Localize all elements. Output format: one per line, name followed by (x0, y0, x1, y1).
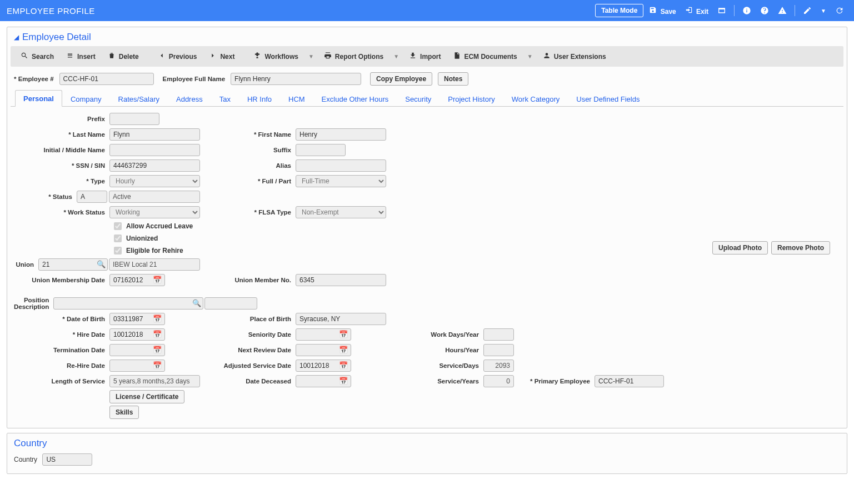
position-desc-input[interactable] (53, 297, 203, 310)
lookup-icon[interactable]: 🔍 (97, 260, 106, 268)
dob-label: Date of Birth (14, 316, 109, 322)
exit-button[interactable]: Exit (682, 4, 712, 18)
length-service-label: Length of Service (14, 378, 109, 385)
eligible-rehire-label: Eligible for Rehire (126, 247, 183, 255)
tab-project-history[interactable]: Project History (440, 91, 503, 107)
primary-employee-input[interactable] (595, 375, 664, 387)
app-header: EMPLOYEE PROFILE Table Mode Save Exit ▼ (0, 0, 854, 21)
ecm-dropdown-icon[interactable]: ▼ (524, 53, 536, 59)
tab-hcm[interactable]: HCM (280, 91, 313, 107)
union-desc-input (109, 258, 200, 271)
info-icon[interactable] (739, 4, 755, 17)
ecm-button[interactable]: ECM Documents (447, 48, 522, 64)
alert-icon[interactable] (775, 4, 790, 17)
union-member-no-input[interactable] (296, 274, 386, 286)
hours-year-input[interactable] (483, 344, 514, 356)
window-icon[interactable] (714, 4, 730, 17)
tab-exclude-other-hours[interactable]: Exclude Other Hours (313, 91, 397, 107)
country-input[interactable] (42, 453, 92, 466)
position-desc-label: Position Description (14, 297, 53, 310)
divider (734, 5, 735, 16)
tab-user-defined-fields[interactable]: User Defined Fields (568, 91, 648, 107)
first-name-label: First Name (200, 131, 296, 138)
primary-employee-label: Primary Employee (522, 378, 595, 385)
help-icon[interactable] (757, 4, 772, 17)
save-button[interactable]: Save (646, 4, 679, 18)
suffix-input[interactable] (296, 144, 346, 156)
toolbar: Search Insert Delete Previous Next Workf… (11, 46, 843, 67)
dob-input[interactable] (109, 313, 165, 325)
insert-icon (66, 52, 74, 61)
country-panel-title: Country (14, 438, 47, 449)
insert-button[interactable]: Insert (61, 48, 101, 64)
union-member-no-label: Union Member No. (200, 277, 296, 283)
work-days-year-input[interactable] (483, 328, 514, 341)
workflows-dropdown-icon[interactable]: ▼ (305, 53, 317, 59)
middle-input[interactable] (109, 144, 200, 156)
tab-company[interactable]: Company (62, 91, 110, 107)
skills-button[interactable]: Skills (109, 406, 139, 419)
copy-employee-button[interactable]: Copy Employee (370, 72, 432, 86)
status-code-input[interactable] (77, 191, 107, 203)
flsa-select[interactable]: Non-Exempt (296, 206, 386, 218)
rehire-date-input[interactable] (109, 360, 165, 372)
tab-tax[interactable]: Tax (211, 91, 239, 107)
country-panel: Country Country (7, 433, 847, 474)
tab-address[interactable]: Address (168, 91, 211, 107)
employee-num-input[interactable] (59, 73, 154, 85)
app-title: EMPLOYEE PROFILE (7, 6, 95, 16)
report-options-button[interactable]: Report Options (318, 48, 389, 64)
flsa-label: FLSA Type (200, 209, 296, 216)
tab-hr-info[interactable]: HR Info (239, 91, 280, 107)
ssn-input[interactable] (109, 159, 200, 172)
union-date-input[interactable] (109, 274, 165, 286)
report-options-dropdown-icon[interactable]: ▼ (390, 53, 402, 59)
first-name-input[interactable] (296, 128, 386, 141)
dropdown-icon[interactable]: ▼ (817, 6, 830, 16)
upload-photo-button[interactable]: Upload Photo (712, 241, 768, 255)
collapse-icon[interactable]: ◢ (14, 33, 19, 41)
notes-button[interactable]: Notes (438, 72, 468, 86)
divider (795, 5, 795, 16)
alias-input[interactable] (296, 159, 386, 172)
remove-photo-button[interactable]: Remove Photo (771, 241, 830, 255)
edit-icon[interactable] (800, 4, 815, 17)
tab-personal[interactable]: Personal (15, 90, 62, 107)
next-review-input[interactable] (296, 344, 351, 356)
full-name-input[interactable] (231, 73, 361, 85)
unionized-checkbox[interactable] (114, 234, 122, 242)
tab-work-category[interactable]: Work Category (503, 91, 568, 107)
termination-date-input[interactable] (109, 344, 165, 356)
work-status-select[interactable]: Working (109, 206, 200, 218)
table-mode-button[interactable]: Table Mode (595, 4, 643, 17)
delete-button[interactable]: Delete (102, 48, 144, 64)
seniority-date-input[interactable] (296, 328, 351, 341)
date-deceased-input[interactable] (296, 375, 351, 387)
place-birth-input[interactable] (296, 313, 386, 325)
length-service-input (109, 375, 200, 387)
workflows-button[interactable]: Workflows (248, 48, 303, 64)
refresh-icon[interactable] (832, 4, 847, 17)
eligible-rehire-checkbox[interactable] (114, 247, 122, 255)
import-button[interactable]: Import (403, 48, 446, 64)
user-extensions-button[interactable]: User Extensions (537, 48, 612, 64)
prefix-label: Prefix (14, 116, 109, 122)
alias-label: Alias (200, 162, 296, 169)
tab-rates-salary[interactable]: Rates/Salary (110, 91, 168, 107)
lookup-icon[interactable]: 🔍 (192, 299, 201, 307)
hours-year-label: Hours/Year (411, 347, 483, 353)
next-button[interactable]: Next (203, 48, 240, 64)
allow-accrued-checkbox[interactable] (114, 222, 122, 230)
previous-button[interactable]: Previous (152, 48, 203, 64)
tab-security[interactable]: Security (397, 91, 440, 107)
adj-service-input[interactable] (296, 360, 351, 372)
panel-header: ◢ Employee Detail (7, 27, 847, 46)
last-name-input[interactable] (109, 128, 200, 141)
hire-date-input[interactable] (109, 328, 165, 341)
type-select[interactable]: Hourly (109, 175, 200, 187)
search-button[interactable]: Search (15, 48, 59, 64)
panel-title: Employee Detail (22, 32, 91, 43)
prefix-input[interactable] (109, 113, 159, 125)
fullpart-select[interactable]: Full-Time (296, 175, 386, 187)
license-cert-button[interactable]: License / Certificate (109, 390, 184, 403)
